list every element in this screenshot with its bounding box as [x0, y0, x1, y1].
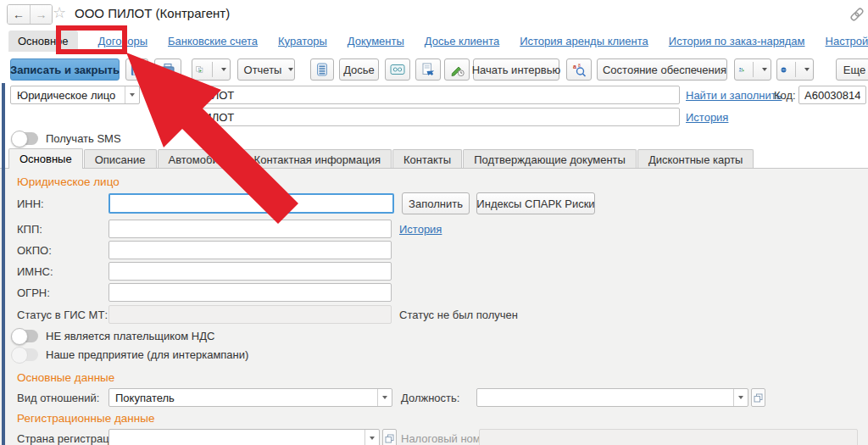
- own-company-toggle-row: Наше предприятие (для интеркампани): [12, 348, 248, 361]
- reports-button[interactable]: Отчеты: [237, 58, 295, 81]
- save-and-close-button[interactable]: Записать и закрыть: [10, 58, 120, 81]
- spark-risk-button[interactable]: Индексы СПАРК Риски: [476, 192, 595, 214]
- counterparty-type-select[interactable]: Юридическое лицо: [10, 86, 140, 104]
- relation-type-select[interactable]: Покупатель: [108, 388, 392, 407]
- position-select[interactable]: [476, 388, 748, 407]
- save-button[interactable]: [125, 58, 148, 81]
- people-add-icon: [738, 63, 744, 77]
- main-data-section-title: Основные данные: [17, 371, 114, 384]
- chevron-down-icon: [125, 86, 139, 103]
- tab-general[interactable]: Основные: [8, 148, 83, 169]
- card-icon: [390, 64, 405, 75]
- nav-item-contracts[interactable]: Договоры: [98, 35, 147, 47]
- vat-toggle[interactable]: [12, 330, 38, 342]
- back-button[interactable]: ←: [8, 5, 30, 24]
- tab-cars[interactable]: Автомобили: [158, 149, 242, 169]
- imns-label: ИМНС:: [17, 265, 53, 278]
- find-and-fill-link[interactable]: Найти и заполнить: [686, 89, 782, 102]
- imns-input[interactable]: [108, 262, 392, 281]
- chevron-down-icon: [733, 389, 748, 406]
- vat-toggle-row: НЕ является плательщиком НДС: [12, 330, 214, 342]
- inn-label: ИНН:: [17, 197, 44, 210]
- export-document-button[interactable]: [415, 58, 441, 81]
- position-label: Должность:: [401, 392, 459, 404]
- gis-mt-status-text: Статус не был получен: [399, 309, 518, 321]
- sms-toggle-row: Получать SMS: [12, 132, 121, 145]
- gis-mt-status-input: [108, 305, 392, 324]
- registration-data-section-title: Регистрационные данные: [17, 412, 155, 425]
- kpp-input[interactable]: [108, 220, 392, 238]
- toolbar: Записать и закрыть Отчеты Досье Н: [0, 56, 868, 83]
- create-based-on-icon: [196, 63, 203, 76]
- edit-schedule-button[interactable]: [444, 58, 470, 81]
- chevron-down-icon: [804, 68, 810, 71]
- title-bar: ← → ☆ ООО ПИЛОТ (Контрагент): [0, 0, 868, 27]
- favorite-star-icon[interactable]: ☆: [53, 3, 66, 22]
- position-open-button[interactable]: [751, 388, 765, 407]
- tab-confirming-documents[interactable]: Подтверждающие документы: [463, 149, 637, 169]
- blue-circle-dots-icon: [781, 63, 787, 77]
- chevron-down-icon: [221, 68, 226, 71]
- diskette-icon: [130, 63, 144, 77]
- printer-icon: [160, 63, 175, 77]
- text-search-icon: a8: [572, 63, 587, 77]
- counterparty-form-window: ← → ☆ ООО ПИЛОТ (Контрагент) Основное До…: [0, 0, 868, 445]
- edo-menu-button[interactable]: [776, 58, 814, 81]
- nav-item-order-history[interactable]: История по заказ-нарядам: [669, 35, 805, 47]
- list-button[interactable]: [310, 58, 334, 81]
- forward-button[interactable]: →: [30, 5, 52, 24]
- kpp-history-link[interactable]: История: [399, 223, 442, 236]
- provision-state-button[interactable]: Состояние обеспечения: [597, 58, 727, 81]
- code-input[interactable]: [798, 86, 866, 104]
- registration-country-select[interactable]: [108, 429, 380, 445]
- nav-item-curators[interactable]: Кураторы: [278, 35, 327, 47]
- get-link-icon[interactable]: [849, 7, 865, 22]
- inn-input[interactable]: [108, 193, 394, 214]
- tab-contact-info[interactable]: Контактная информация: [243, 149, 392, 169]
- chevron-down-icon: [762, 68, 767, 71]
- full-name-input[interactable]: [161, 108, 680, 126]
- start-interview-button[interactable]: Начать интервью: [473, 58, 559, 81]
- name-input[interactable]: [161, 86, 680, 104]
- tab-discount-cards[interactable]: Дисконтные карты: [637, 149, 754, 169]
- nav-item-bank-accounts[interactable]: Банковские счета: [168, 35, 258, 47]
- nav-item-rent-history[interactable]: История аренды клиента: [520, 35, 648, 47]
- tab-description[interactable]: Описание: [84, 149, 157, 169]
- registration-country-open-button[interactable]: [382, 429, 397, 445]
- nav-item-edo-settings[interactable]: Настройки ЭДО: [826, 35, 868, 47]
- fill-button[interactable]: Заполнить: [402, 192, 470, 214]
- sms-toggle[interactable]: [12, 132, 38, 145]
- okpo-input[interactable]: [108, 241, 392, 259]
- nav-item-documents[interactable]: Документы: [348, 35, 404, 47]
- list-icon: [316, 63, 328, 76]
- code-label: Код:: [774, 89, 796, 102]
- ogrn-input[interactable]: [108, 283, 392, 302]
- nav-item-client-dossier[interactable]: Досье клиента: [425, 35, 499, 47]
- tab-contacts[interactable]: Контакты: [392, 149, 462, 169]
- discount-card-button[interactable]: [385, 58, 410, 81]
- chevron-down-icon: [377, 389, 392, 406]
- phonetic-search-button[interactable]: a8: [566, 58, 592, 81]
- document-arrow-icon: [421, 63, 436, 76]
- ogrn-label: ОГРН:: [17, 286, 50, 299]
- history-link[interactable]: История: [686, 111, 728, 124]
- page-title: ООО ПИЛОТ (Контрагент): [75, 6, 230, 20]
- chevron-down-icon: [364, 430, 379, 445]
- toolbar-more-button[interactable]: Еще: [836, 58, 868, 81]
- form-left-accent: [2, 83, 5, 445]
- pencil-clock-icon: [450, 63, 465, 76]
- add-contact-person-button[interactable]: [734, 58, 771, 81]
- form-tabs: Основные Описание Автомобили Контактная …: [0, 149, 868, 169]
- gis-mt-status-label: Статус в ГИС МТ:: [17, 309, 108, 321]
- vat-toggle-label: НЕ является плательщиком НДС: [46, 330, 214, 342]
- section-nav: Основное Договоры Банковские счета Курат…: [0, 29, 868, 53]
- create-based-on-button[interactable]: [192, 58, 231, 81]
- own-company-toggle-label: Наше предприятие (для интеркампани): [46, 348, 248, 361]
- nav-item-main[interactable]: Основное: [8, 31, 78, 52]
- own-company-toggle: [12, 348, 38, 361]
- relation-type-label: Вид отношений:: [17, 392, 99, 404]
- dossier-button[interactable]: Досье: [339, 58, 379, 81]
- print-button[interactable]: [154, 58, 181, 81]
- svg-text:8: 8: [578, 63, 581, 68]
- kpp-label: КПП:: [17, 223, 42, 236]
